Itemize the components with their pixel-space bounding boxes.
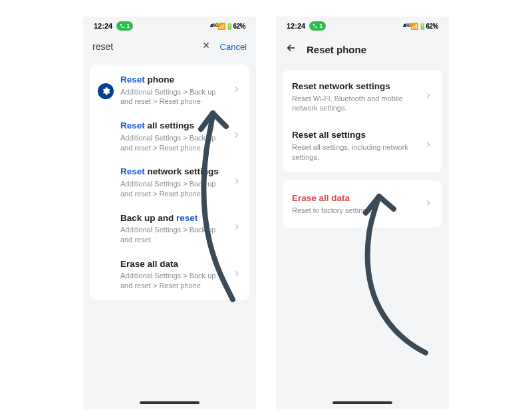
search-input[interactable]: reset <box>92 41 192 52</box>
row-subtitle: Reset Wi-Fi, Bluetooth and mobile networ… <box>292 94 417 114</box>
result-title: Erase all data <box>120 258 225 270</box>
row-reset-all-settings[interactable]: Reset all settings Reset all settings, i… <box>283 121 442 170</box>
status-bar: 12:24 1 ⁴⁶ᴳ📶🔋62% <box>83 17 256 35</box>
result-title: Reset phone <box>120 74 225 86</box>
chevron-right-icon <box>424 140 433 152</box>
search-row: reset Cancel <box>83 35 256 61</box>
phone-left: 12:24 1 ⁴⁶ᴳ📶🔋62% reset Cancel Reset phon… <box>83 17 256 409</box>
home-indicator[interactable] <box>332 401 392 404</box>
status-right-icons: ⁴⁶ᴳ📶🔋62% <box>210 23 245 30</box>
gear-icon <box>98 83 114 99</box>
settings-group-2: Erase all data Reset to factory settings <box>283 180 442 227</box>
chevron-right-icon <box>424 91 433 103</box>
chevron-right-icon <box>232 85 241 97</box>
result-title: Back up and reset <box>120 212 225 224</box>
phone-right: 12:24 1 ⁴⁶ᴳ📶🔋62% Reset phone Reset netwo… <box>276 17 449 409</box>
cancel-button[interactable]: Cancel <box>220 42 247 52</box>
row-reset-network-settings[interactable]: Reset network settings Reset Wi-Fi, Blue… <box>283 73 442 121</box>
status-clock: 12:24 <box>287 22 305 30</box>
status-call-pill: 1 <box>309 21 326 31</box>
title-bar: Reset phone <box>276 35 449 66</box>
result-subtitle: Additional Settings > Back up and reset … <box>120 133 225 153</box>
result-title: Reset all settings <box>120 120 225 132</box>
result-title: Reset network settings <box>120 166 225 178</box>
status-bar: 12:24 1 ⁴⁶ᴳ📶🔋62% <box>276 17 449 35</box>
settings-group-1: Reset network settings Reset Wi-Fi, Blue… <box>283 70 442 172</box>
result-reset-network-settings[interactable]: Reset network settings Additional Settin… <box>90 159 249 205</box>
status-clock: 12:24 <box>94 22 112 30</box>
row-subtitle: Reset all settings, including network se… <box>292 142 417 162</box>
back-icon[interactable] <box>285 42 297 57</box>
chevron-right-icon <box>232 130 241 142</box>
home-indicator[interactable] <box>140 401 200 404</box>
result-erase-all-data[interactable]: Erase all data Additional Settings > Bac… <box>90 252 249 298</box>
chevron-right-icon <box>424 198 433 210</box>
row-subtitle: Reset to factory settings <box>292 206 417 216</box>
result-subtitle: Additional Settings > Back up and reset <box>120 225 225 245</box>
status-right-icons: ⁴⁶ᴳ📶🔋62% <box>403 23 438 30</box>
page-title: Reset phone <box>307 44 366 55</box>
chevron-right-icon <box>232 176 241 188</box>
results-card: Reset phone Additional Settings > Back u… <box>90 65 249 300</box>
result-reset-all-settings[interactable]: Reset all settings Additional Settings >… <box>90 113 249 159</box>
result-subtitle: Additional Settings > Back up and reset … <box>120 179 225 199</box>
result-subtitle: Additional Settings > Back up and reset … <box>120 271 225 291</box>
row-title: Erase all data <box>292 192 417 204</box>
clear-icon[interactable] <box>199 41 213 53</box>
result-backup-and-reset[interactable]: Back up and reset Additional Settings > … <box>90 206 249 252</box>
row-title: Reset network settings <box>292 81 417 93</box>
chevron-right-icon <box>232 269 241 281</box>
result-subtitle: Additional Settings > Back up and reset … <box>120 87 225 107</box>
chevron-right-icon <box>232 222 241 234</box>
result-reset-phone[interactable]: Reset phone Additional Settings > Back u… <box>90 67 249 113</box>
row-title: Reset all settings <box>292 129 417 141</box>
row-erase-all-data[interactable]: Erase all data Reset to factory settings <box>283 183 442 224</box>
status-call-pill: 1 <box>116 21 133 31</box>
